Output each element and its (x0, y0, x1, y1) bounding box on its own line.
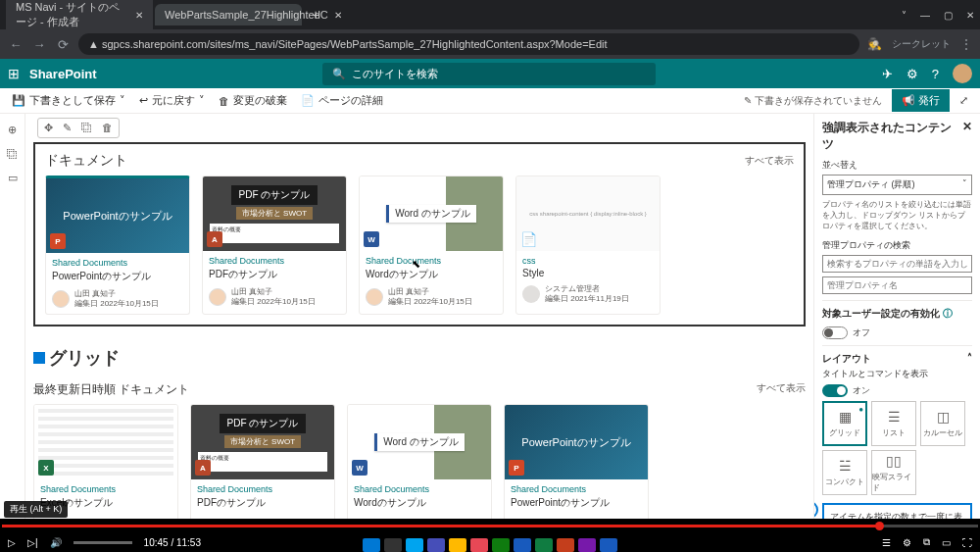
close-icon[interactable]: ✕ (135, 10, 143, 21)
incognito-label: シークレット (892, 37, 951, 51)
move-icon[interactable]: ✥ (44, 122, 53, 134)
layout-option-グリッド[interactable]: ▦グリッド (822, 401, 867, 446)
delete-icon[interactable]: 🗑 (102, 122, 113, 134)
minimize-icon[interactable]: — (920, 10, 930, 21)
document-card[interactable]: css sharepoint-content { display:inline-… (515, 176, 661, 315)
taskbar-icon[interactable] (600, 538, 617, 552)
maximize-icon[interactable]: ▢ (944, 10, 953, 21)
settings-icon[interactable]: ⚙ (903, 537, 911, 548)
document-card[interactable]: PDF のサンプル市場分析と SWOT資料の概要A Shared Documen… (190, 404, 335, 519)
close-icon[interactable]: ✕ (334, 10, 342, 21)
taskbar-icon[interactable] (492, 538, 510, 552)
taskbar-icon[interactable] (427, 538, 445, 552)
info-icon[interactable]: ⓘ (943, 308, 953, 319)
avatar (52, 290, 70, 308)
audience-toggle[interactable]: オフ (822, 326, 972, 339)
volume-icon[interactable]: 🔊 (50, 537, 62, 548)
property-pane: 強調表示されたコンテンツ✕ 並べ替え 管理プロパティ (昇順) ˅ プロパティ名… (813, 114, 980, 519)
play-icon[interactable]: ▷ (8, 537, 16, 548)
title-cmd-label: タイトルとコマンドを表示 (822, 368, 972, 380)
reload-icon[interactable]: ⟳ (55, 37, 71, 52)
layout-section-header[interactable]: レイアウト˄ (822, 345, 972, 368)
forward-icon[interactable]: → (31, 37, 47, 52)
captions-icon[interactable]: ☰ (882, 537, 891, 548)
taskbar-icon[interactable] (514, 538, 531, 552)
card-title: PDFのサンプル (209, 268, 340, 281)
webpart-title[interactable]: ドキュメント (45, 152, 127, 170)
taskbar-icon[interactable] (363, 538, 380, 552)
avatar[interactable] (953, 64, 972, 83)
new-tab-button[interactable]: + (304, 7, 327, 23)
highlighted-content-webpart[interactable]: ドキュメント すべて表示 PowerPointのサンプルP Shared Doc… (33, 142, 806, 326)
taskbar-icon[interactable] (449, 538, 466, 552)
webpart-subtitle: 最終更新日時順 ドキュメント (33, 381, 189, 398)
see-all-link[interactable]: すべて表示 (757, 381, 806, 398)
app-name: SharePoint (29, 67, 97, 81)
card-meta: システム管理者編集日 2021年11月19日 (545, 284, 629, 303)
title-cmd-toggle[interactable]: オン (822, 384, 972, 397)
duplicate-icon[interactable]: ⿻ (81, 122, 92, 134)
search-placeholder: このサイトを検索 (352, 67, 438, 81)
mp-search-input[interactable] (822, 255, 972, 273)
discard-button[interactable]: 🗑 変更の破棄 (219, 93, 287, 108)
volume-slider[interactable] (74, 541, 132, 544)
card-title: Style (522, 268, 654, 278)
browser-tab-1[interactable]: MS Navi - サイトのページ - 作成者✕ (6, 0, 153, 34)
help-icon[interactable]: ? (932, 67, 939, 81)
page-details-button[interactable]: 📄 ページの詳細 (301, 93, 383, 108)
layout-option-映写スライド[interactable]: ▯▯映写スライド (871, 450, 916, 495)
layout-option-コンパクト[interactable]: ☱コンパクト (822, 450, 867, 495)
see-all-link[interactable]: すべて表示 (745, 154, 794, 168)
url-text: sgpcs.sharepoint.com/sites/ms_navi/SiteP… (102, 38, 608, 50)
edit-icon[interactable]: ✎ (63, 122, 72, 134)
menu-icon[interactable]: ⋮ (960, 37, 972, 51)
taskbar-icon[interactable] (557, 538, 574, 552)
next-icon[interactable]: ▷| (27, 537, 38, 548)
pip-icon[interactable]: ⧉ (923, 536, 930, 548)
video-progress-bar[interactable] (0, 519, 980, 532)
document-card[interactable]: PowerPointのサンプルP Shared Documents PowerP… (504, 404, 649, 519)
tab-title: MS Navi - サイトのページ - 作成者 (16, 0, 129, 29)
chevron-down-icon[interactable]: ˅ (902, 10, 906, 21)
publish-button[interactable]: 📢 発行 (892, 89, 950, 112)
sort-dropdown[interactable]: 管理プロパティ (昇順) ˅ (822, 175, 972, 195)
card-meta: 山田 真知子編集日 2022年10月15日 (231, 287, 316, 306)
back-icon[interactable]: ← (8, 37, 24, 52)
document-card[interactable]: PDF のサンプル市場分析と SWOT資料の概要A Shared Documen… (202, 176, 347, 315)
document-card[interactable]: Word のサンプルW Shared Documents Wordのサンプル (347, 404, 492, 519)
address-bar[interactable]: ▲ sgpcs.sharepoint.com/sites/ms_navi/Sit… (78, 33, 859, 55)
audience-section: 対象ユーザー設定の有効化 ⓘ (822, 300, 972, 323)
taskbar-icon[interactable] (470, 538, 488, 552)
section-icon[interactable]: ▭ (8, 172, 18, 184)
layout-option-リスト[interactable]: ☰リスト (871, 401, 916, 446)
save-draft-button[interactable]: 💾 下書きとして保存 ˅ (12, 93, 125, 108)
taskbar-icon[interactable] (406, 538, 423, 552)
close-icon[interactable]: ✕ (962, 120, 972, 153)
send-icon[interactable]: ✈ (882, 67, 893, 81)
theater-icon[interactable]: ▭ (942, 537, 951, 548)
browser-tab-2[interactable]: WebPartsSample_27HighlightedC✕ (155, 4, 302, 25)
page-command-bar: 💾 下書きとして保存 ˅ ↩ 元に戻す ˅ 🗑 変更の破棄 📄 ページの詳細 ✎… (0, 88, 980, 114)
fullscreen-icon[interactable]: ⛶ (962, 537, 972, 548)
close-icon[interactable]: ✕ (966, 10, 974, 21)
taskbar-icon[interactable] (384, 538, 402, 552)
undo-button[interactable]: ↩ 元に戻す ˅ (139, 93, 205, 108)
lock-icon: ▲ (88, 38, 102, 50)
app-launcher-icon[interactable]: ⊞ (8, 66, 20, 81)
play-tooltip: 再生 (Alt + K) (4, 501, 68, 518)
taskbar-icon[interactable] (535, 538, 553, 552)
card-library: Shared Documents (40, 484, 172, 494)
taskbar-icon[interactable] (578, 538, 596, 552)
expand-icon[interactable]: ⤢ (959, 94, 968, 107)
left-toolbox-rail: ⊕ ⿻ ▭ (0, 114, 25, 519)
mp-name-input[interactable] (822, 276, 972, 294)
layout-option-カルーセル[interactable]: ◫カルーセル (920, 401, 965, 446)
suite-search[interactable]: 🔍このサイトを検索 (322, 63, 656, 85)
copy-icon[interactable]: ⿻ (7, 148, 18, 160)
pane-title: 強調表示されたコンテンツ (822, 120, 962, 153)
document-card[interactable]: PowerPointのサンプルP Shared Documents PowerP… (45, 176, 190, 315)
document-card[interactable]: Word のサンプルW Shared Documents Wordのサンプル 山… (359, 176, 504, 315)
add-section-icon[interactable]: ⊕ (8, 124, 17, 136)
settings-icon[interactable]: ⚙ (906, 67, 918, 81)
webpart-toolbar: ✥ ✎ ⿻ 🗑 (37, 118, 120, 138)
